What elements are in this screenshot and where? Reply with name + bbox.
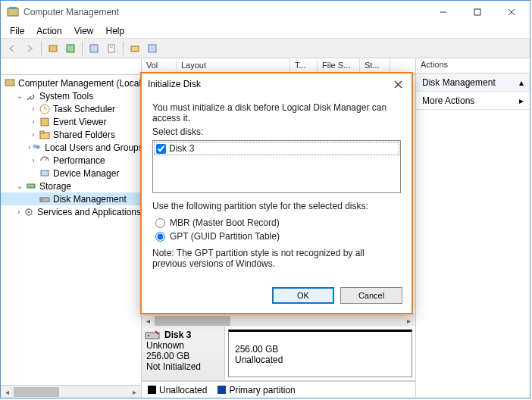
- disk-checkbox[interactable]: [156, 144, 166, 154]
- tree-event-viewer[interactable]: ›Event Viewer: [1, 115, 141, 128]
- radio-mbr-label: MBR (Master Boot Record): [170, 217, 280, 228]
- svg-rect-17: [41, 118, 49, 126]
- expand-icon[interactable]: ›: [28, 130, 39, 139]
- svg-rect-12: [149, 45, 156, 52]
- volume-scrollbar[interactable]: ◂ ▸: [142, 314, 415, 327]
- clock-icon: [39, 103, 51, 115]
- tree-disk-management[interactable]: Disk Management: [1, 192, 141, 205]
- svg-point-26: [42, 198, 43, 200]
- svg-rect-8: [90, 45, 98, 52]
- maximize-button[interactable]: [460, 2, 494, 23]
- properties-button[interactable]: [103, 40, 120, 57]
- collapse-icon[interactable]: ⌄: [14, 182, 25, 190]
- performance-icon: [39, 155, 51, 167]
- tree-root[interactable]: Computer Management (Local): [1, 77, 141, 89]
- actions-panel: Actions Disk Management▴ More Actions▸: [416, 58, 530, 398]
- dialog-title: Initialize Disk: [148, 79, 390, 89]
- computer-icon: [4, 77, 16, 89]
- close-button[interactable]: [494, 2, 528, 23]
- radio-gpt-row[interactable]: GPT (GUID Partition Table): [155, 230, 401, 243]
- tools-icon: [25, 90, 37, 102]
- disk-item-label: Disk 3: [169, 143, 194, 154]
- partition-status: Unallocated: [235, 355, 405, 365]
- minimize-button[interactable]: [426, 2, 460, 23]
- toolbar-btn-1[interactable]: [45, 40, 61, 57]
- expand-icon[interactable]: ›: [14, 208, 23, 216]
- users-icon: [30, 142, 42, 154]
- collapse-icon[interactable]: ⌄: [14, 92, 25, 100]
- expand-icon[interactable]: ›: [28, 117, 39, 126]
- svg-rect-9: [108, 45, 114, 52]
- dialog-note: Note: The GPT partition style is not rec…: [152, 248, 401, 269]
- dialog-titlebar: Initialize Disk: [142, 73, 412, 95]
- svg-rect-1: [9, 7, 17, 9]
- actions-header: Actions: [416, 58, 530, 73]
- menu-action[interactable]: Action: [30, 24, 67, 38]
- svg-rect-13: [5, 80, 14, 86]
- disk-size: 256.00 GB: [146, 351, 220, 361]
- toolbar-btn-5[interactable]: [127, 40, 143, 57]
- disk-select-list[interactable]: Disk 3: [152, 140, 401, 193]
- radio-mbr[interactable]: [155, 218, 165, 228]
- tree-performance[interactable]: ›Performance: [1, 154, 141, 167]
- event-icon: [39, 116, 51, 128]
- expand-icon[interactable]: ›: [28, 156, 39, 164]
- disk-init-state: Not Initialized: [146, 361, 220, 372]
- svg-rect-6: [49, 45, 57, 52]
- tree-device-manager[interactable]: Device Manager: [1, 167, 141, 180]
- actions-disk-management[interactable]: Disk Management▴: [416, 73, 530, 92]
- disk-row[interactable]: Disk 3 Unknown 256.00 GB Not Initialized…: [142, 327, 415, 381]
- disk-name: Disk 3: [164, 330, 220, 340]
- legend: Unallocated Primary partition: [142, 381, 415, 398]
- tree-services[interactable]: ›Services and Applications: [1, 205, 141, 218]
- dialog-instruction: You must initialize a disk before Logica…: [152, 102, 401, 123]
- expand-icon[interactable]: ›: [28, 105, 39, 113]
- cancel-button[interactable]: Cancel: [340, 287, 402, 304]
- swatch-unallocated: [148, 386, 156, 394]
- disk-list-item[interactable]: Disk 3: [154, 142, 399, 155]
- svg-rect-3: [474, 9, 480, 15]
- tree-task-scheduler[interactable]: ›Task Scheduler: [1, 102, 141, 115]
- menu-file[interactable]: File: [4, 24, 30, 38]
- svg-point-30: [148, 335, 149, 336]
- svg-point-21: [36, 145, 40, 148]
- gear-icon: [23, 206, 35, 218]
- svg-rect-11: [131, 46, 139, 52]
- forward-button[interactable]: [21, 40, 38, 57]
- window-title: Computer Management: [23, 7, 426, 17]
- back-button[interactable]: [4, 40, 20, 57]
- ok-button[interactable]: OK: [272, 287, 334, 304]
- menu-view[interactable]: View: [68, 24, 100, 38]
- tree-storage[interactable]: ⌄Storage: [1, 180, 141, 192]
- titlebar: Computer Management: [1, 1, 530, 23]
- actions-more[interactable]: More Actions▸: [416, 92, 530, 110]
- disk-header[interactable]: Disk 3 Unknown 256.00 GB Not Initialized: [142, 327, 225, 380]
- svg-rect-19: [40, 131, 44, 133]
- radio-mbr-row[interactable]: MBR (Master Boot Record): [155, 216, 401, 230]
- tree-scrollbar[interactable]: ◂ ▸: [1, 385, 141, 398]
- dialog-close-button[interactable]: [390, 77, 405, 92]
- tree-local-users[interactable]: ›Local Users and Groups: [1, 141, 141, 154]
- refresh-button[interactable]: [86, 40, 102, 57]
- storage-icon: [25, 180, 37, 192]
- radio-gpt[interactable]: [155, 232, 165, 242]
- svg-rect-23: [41, 170, 49, 176]
- dialog-select-label: Select disks:: [152, 127, 401, 137]
- menu-help[interactable]: Help: [100, 24, 131, 38]
- toolbar-btn-2[interactable]: [62, 40, 79, 57]
- svg-rect-7: [67, 45, 74, 52]
- disk-partition[interactable]: 256.00 GB Unallocated: [228, 330, 412, 377]
- partition-size: 256.00 GB: [235, 344, 405, 355]
- svg-rect-25: [40, 198, 49, 202]
- toolbar-btn-6[interactable]: [144, 40, 161, 57]
- svg-line-22: [45, 158, 47, 161]
- tree-system-tools[interactable]: ⌄ System Tools: [1, 89, 141, 102]
- tree-panel: Computer Management (Local) ⌄ System Too…: [1, 58, 142, 398]
- tree-shared-folders[interactable]: ›Shared Folders: [1, 128, 141, 141]
- app-icon: [7, 6, 19, 18]
- disk-status: Unknown: [146, 340, 220, 351]
- chevron-right-icon: ▸: [519, 95, 524, 106]
- disk-graph: Disk 3 Unknown 256.00 GB Not Initialized…: [142, 326, 415, 398]
- partition-style-prompt: Use the following partition style for th…: [152, 201, 401, 211]
- svg-point-28: [28, 211, 30, 213]
